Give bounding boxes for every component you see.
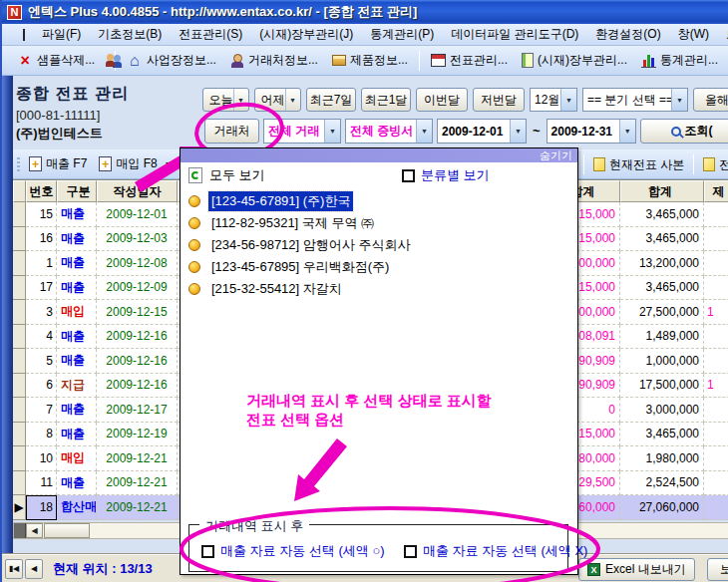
cell-total: 1,980,000 <box>620 446 704 471</box>
menu-settings[interactable]: 환경설정(O) <box>595 26 660 43</box>
ledger-icon <box>522 53 534 68</box>
this-year-button[interactable]: 올해 <box>693 88 728 112</box>
search-icon <box>671 127 681 137</box>
prev-record-button[interactable]: ◀ <box>25 559 43 579</box>
cell-type: 매출 <box>57 325 97 350</box>
chevron-down-icon[interactable]: ▼ <box>619 120 635 143</box>
voucher-mgmt-button[interactable]: 전표관리... <box>428 50 511 71</box>
header-marker <box>13 180 26 202</box>
row-marker <box>13 349 26 374</box>
voucher-type-select[interactable]: 전체 증빙서▼ <box>345 119 433 144</box>
month-select[interactable]: 12월▼ <box>530 88 577 112</box>
category-checkbox-label: 분류별 보기 <box>421 166 490 184</box>
vendor-button[interactable]: 거래처 <box>204 119 259 144</box>
cell-date: 2009-12-16 <box>97 325 178 350</box>
title-bar: N 엔텍스 Plus 4.00.4855 - http://www.entax.… <box>2 0 728 24</box>
cell-no: 3 <box>26 300 57 325</box>
yesterday-button[interactable]: 어제▼ <box>254 88 301 112</box>
menu-datafile-tools[interactable]: 데이터파일 관리도구(D) <box>451 26 578 43</box>
cell-type: 매출 <box>57 471 97 496</box>
person-icon <box>230 54 244 68</box>
auto-select-tax-o-option[interactable]: 매출 자료 자동 선택 (세액 ○) <box>201 542 385 560</box>
excel-export-button[interactable]: XExcel 내보내기 <box>578 558 695 581</box>
record-position-label: 현재 위치 : 13/13 <box>53 560 153 578</box>
vendor-list-item[interactable]: [112-82-95321] 국제 무역 ㈜ <box>181 212 577 234</box>
header-no: 번호 <box>26 180 57 202</box>
cell-total: 3,465,000 <box>620 423 704 447</box>
bar-chart-icon <box>641 54 656 68</box>
chevron-down-icon[interactable]: ▼ <box>671 89 687 111</box>
cell-date: 2009-12-03 <box>97 227 178 252</box>
home-icon: ⌂ <box>127 52 143 70</box>
menu-window[interactable]: 창(W) <box>678 26 709 43</box>
vendor-info-button[interactable]: 거래처정보... <box>227 50 321 71</box>
vendor-list-item[interactable]: [234-56-98712] 암행어사 주식회사 <box>181 234 577 256</box>
chevron-down-icon[interactable]: ▼ <box>510 120 526 143</box>
tax-o-checkbox[interactable] <box>201 545 214 558</box>
scrollbar-thumb[interactable] <box>44 523 90 538</box>
vendor-list-item[interactable]: [215-32-55412] 자갈치 <box>181 278 577 300</box>
sales-f7-button[interactable]: +매출 F7 <box>26 153 90 174</box>
after-display-groupbox: 거래내역 표시 후 매출 자료 자동 선택 (세액 ○) 매출 자료 자동 선택… <box>188 524 568 572</box>
chevron-down-icon[interactable]: ▼ <box>285 89 300 111</box>
last-7days-button[interactable]: 최근7일 <box>306 88 356 112</box>
today-button[interactable]: 오늘▼ <box>202 88 249 112</box>
cell-type: 매입 <box>57 446 97 471</box>
vendor-list-item[interactable]: [123-45-67895] 우리백화점(주) <box>181 256 577 278</box>
chevron-down-icon[interactable]: ▼ <box>416 120 432 143</box>
stats-mgmt-button[interactable]: 통계관리... <box>638 50 721 71</box>
ball-icon <box>188 239 200 251</box>
cell-type: 매출 <box>57 276 97 301</box>
sample-delete-button[interactable]: ×샘플삭제... <box>14 50 98 72</box>
cell-no: 4 <box>26 325 57 350</box>
grid-splitter[interactable] <box>14 523 26 538</box>
window-title: 엔텍스 Plus 4.00.4855 - http://www.entax.co… <box>28 3 417 21</box>
menu-file[interactable]: 파일(F) <box>42 26 81 43</box>
view-button[interactable]: 보기 <box>707 558 728 581</box>
tax-x-checkbox[interactable] <box>404 545 417 558</box>
view-by-category-option[interactable]: 분류별 보기 <box>402 166 490 184</box>
product-info-button[interactable]: 제품정보... <box>329 50 411 71</box>
cell-no: 8 <box>26 423 57 447</box>
category-checkbox[interactable] <box>402 169 415 182</box>
vendor-list-item-selected[interactable]: [123-45-67891] (주)한국 <box>181 190 577 212</box>
date-from-select[interactable]: 2009-12-01▼ <box>437 119 527 144</box>
popup-title-bar[interactable]: 숨기기 <box>181 148 577 162</box>
voucher-button-clipped[interactable]: 전 <box>700 154 728 175</box>
this-month-button[interactable]: 이번달 <box>416 88 468 112</box>
menu-voucher-mgmt[interactable]: 전표관리(S) <box>179 26 242 43</box>
chevron-down-icon[interactable]: ▼ <box>165 160 172 167</box>
first-record-button[interactable]: ▮◀ <box>5 559 23 579</box>
period-controls: 오늘▼ 어제▼ 최근7일 최근1달 이번달 저번달 12월▼ == 분기 선택 … <box>202 88 728 112</box>
filter-controls: 거래처 전체 거래▼ 전체 증빙서▼ 2009-12-01▼ ~ 2009-12… <box>204 119 728 144</box>
scroll-left-button[interactable]: ◀ <box>26 523 43 538</box>
trade-type-select[interactable]: 전체 거래▼ <box>263 119 341 144</box>
last-1month-button[interactable]: 최근1달 <box>361 88 411 112</box>
page-title: 종합 전표 관리 <box>16 84 195 105</box>
chevron-down-icon[interactable]: ▼ <box>560 89 576 111</box>
separator <box>115 51 116 71</box>
chevron-down-icon[interactable]: ▼ <box>233 89 248 111</box>
menu-basic-info[interactable]: 기초정보(B) <box>98 26 162 43</box>
menu-stats-mgmt[interactable]: 통계관리(P) <box>370 26 434 43</box>
cell-type: 매출 <box>57 398 97 423</box>
date-to-select[interactable]: 2009-12-31▼ <box>546 119 636 144</box>
ball-icon <box>188 217 200 229</box>
prev-month-button[interactable]: 저번달 <box>473 88 525 112</box>
quarter-select[interactable]: == 분기 선택 ==▼ <box>582 88 688 112</box>
purchase-f8-button[interactable]: +매입 F8▼ <box>96 153 174 174</box>
search-button[interactable]: 조회( <box>640 119 728 144</box>
view-all-option[interactable]: 모두 보기 <box>209 166 265 184</box>
menu-ledger-mgmt[interactable]: (시재)장부관리(J) <box>259 26 353 43</box>
people-icon[interactable] <box>106 54 107 68</box>
delete-x-icon: × <box>17 52 33 70</box>
hide-link[interactable]: 숨기기 <box>540 148 572 163</box>
ledger-mgmt-button[interactable]: (시재)장부관리... <box>519 50 630 71</box>
auto-select-tax-x-option[interactable]: 매출 자료 자동 선택 (세액 X) <box>404 542 587 560</box>
cell-date: 2009-12-19 <box>97 423 178 447</box>
chevron-down-icon[interactable]: ▼ <box>324 120 340 143</box>
copy-voucher-button[interactable]: 현재전표 사본 <box>590 154 687 175</box>
cell-total: 17,500,000 <box>620 374 704 399</box>
cell-type: 매출 <box>57 251 97 276</box>
workplace-info-button[interactable]: ⌂사업장정보... <box>124 50 219 72</box>
